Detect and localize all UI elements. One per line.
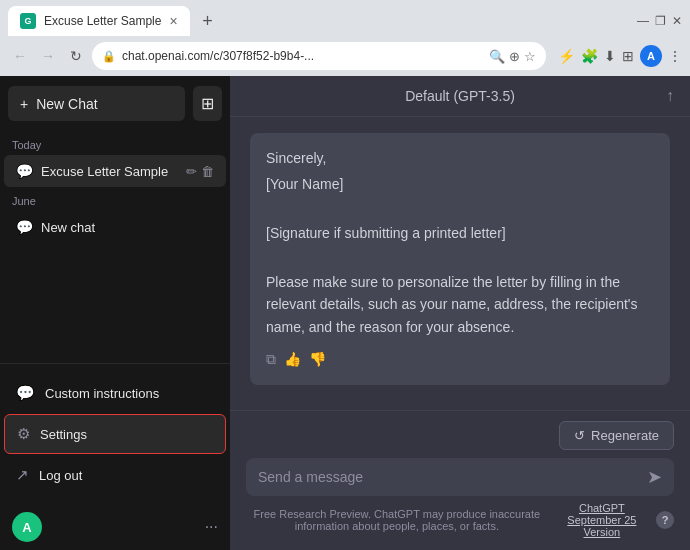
profile-button[interactable]: A xyxy=(640,45,662,67)
chat-item-label: Excuse Letter Sample xyxy=(41,164,178,179)
add-bookmark-icon[interactable]: ⊕ xyxy=(509,49,520,64)
thumbdown-icon[interactable]: 👎 xyxy=(309,348,326,370)
search-icon[interactable]: 🔍 xyxy=(489,49,505,64)
url-bar[interactable]: 🔒 chat.openai.com/c/307f8f52-b9b4-... 🔍 … xyxy=(92,42,546,70)
disclaimer-text: Free Research Preview. ChatGPT may produ… xyxy=(246,508,548,532)
reload-button[interactable]: ↻ xyxy=(64,44,88,68)
settings-icon: ⚙ xyxy=(17,425,30,443)
help-button[interactable]: ? xyxy=(656,511,674,529)
regenerate-button[interactable]: ↺ Regenerate xyxy=(559,421,674,450)
url-text: chat.openai.com/c/307f8f52-b9b4-... xyxy=(122,49,483,63)
sidebar-item-excuse-letter[interactable]: 💬 Excuse Letter Sample ✏ 🗑 xyxy=(4,155,226,187)
signature-text: [Signature if submitting a printed lette… xyxy=(266,222,654,244)
disclaimer: Free Research Preview. ChatGPT may produ… xyxy=(246,496,674,540)
win-minimize[interactable]: — xyxy=(637,14,649,28)
today-section-label: Today xyxy=(0,131,230,155)
chat-header: Default (GPT-3.5) ↑ xyxy=(230,76,690,117)
active-tab[interactable]: G Excuse Letter Sample × xyxy=(8,6,190,36)
chat-icon: 💬 xyxy=(16,163,33,179)
browser-window: G Excuse Letter Sample × + — ❐ ✕ ← → ↻ 🔒… xyxy=(0,0,690,76)
june-section-label: June xyxy=(0,187,230,211)
window-controls: — ❐ ✕ xyxy=(637,14,682,28)
edit-icon[interactable]: ✏ xyxy=(186,164,197,179)
sincerely-text: Sincerely, xyxy=(266,147,654,169)
settings-label: Settings xyxy=(40,427,87,442)
plus-icon: + xyxy=(20,96,28,112)
copy-icon[interactable]: ⧉ xyxy=(266,348,276,370)
sidebar: + New Chat ⊞ Today 💬 Excuse Letter Sampl… xyxy=(0,76,230,550)
layout-toggle-button[interactable]: ⊞ xyxy=(193,86,222,121)
send-button[interactable]: ➤ xyxy=(647,466,662,488)
tab-close-btn[interactable]: × xyxy=(169,13,177,29)
your-name-text: [Your Name] xyxy=(266,173,654,195)
sidebar-top: + New Chat ⊞ xyxy=(0,76,230,131)
custom-instructions-icon: 💬 xyxy=(16,384,35,402)
chat-item-actions: ✏ 🗑 xyxy=(186,164,214,179)
model-label: Default (GPT-3.5) xyxy=(405,88,515,104)
sidebar-bottom: 💬 Custom instructions ⚙ Settings ↗ Log o… xyxy=(0,363,230,504)
extension-icon[interactable]: ⚡ xyxy=(558,48,575,64)
puzzle-icon[interactable]: 🧩 xyxy=(581,48,598,64)
tab-group-icon[interactable]: ⊞ xyxy=(622,48,634,64)
message-input[interactable] xyxy=(258,469,639,485)
input-area: ➤ xyxy=(246,458,674,496)
download-icon[interactable]: ⬇ xyxy=(604,48,616,64)
tab-bar: G Excuse Letter Sample × + — ❐ ✕ xyxy=(0,0,690,36)
chat-messages: Sincerely, [Your Name] [Signature if sub… xyxy=(230,117,690,410)
footer-more-icon[interactable]: ··· xyxy=(205,518,218,536)
settings-item[interactable]: ⚙ Settings xyxy=(4,414,226,454)
more-options-icon[interactable]: ⋮ xyxy=(668,48,682,64)
new-chat-button[interactable]: + New Chat xyxy=(8,86,185,121)
logout-label: Log out xyxy=(39,468,82,483)
browser-toolbar: ⚡ 🧩 ⬇ ⊞ A ⋮ xyxy=(558,45,682,67)
tab-favicon: G xyxy=(20,13,36,29)
custom-instructions-label: Custom instructions xyxy=(45,386,159,401)
closing-text: Please make sure to personalize the lett… xyxy=(266,271,654,338)
chat-icon-2: 💬 xyxy=(16,219,33,235)
address-bar: ← → ↻ 🔒 chat.openai.com/c/307f8f52-b9b4-… xyxy=(0,36,690,76)
lock-icon: 🔒 xyxy=(102,50,116,63)
forward-button[interactable]: → xyxy=(36,44,60,68)
back-button[interactable]: ← xyxy=(8,44,32,68)
layout-icon: ⊞ xyxy=(201,94,214,113)
new-chat-label: New Chat xyxy=(36,96,97,112)
custom-instructions-item[interactable]: 💬 Custom instructions xyxy=(4,374,226,412)
user-avatar[interactable]: A xyxy=(12,512,42,542)
sidebar-item-new-chat[interactable]: 💬 New chat xyxy=(4,211,226,243)
logout-item[interactable]: ↗ Log out xyxy=(4,456,226,494)
share-button[interactable]: ↑ xyxy=(666,87,674,105)
win-restore[interactable]: ❐ xyxy=(655,14,666,28)
regenerate-icon: ↺ xyxy=(574,428,585,443)
delete-icon[interactable]: 🗑 xyxy=(201,164,214,179)
message-actions: ⧉ 👍 👎 xyxy=(266,348,654,370)
logout-icon: ↗ xyxy=(16,466,29,484)
chat-footer: ↺ Regenerate ➤ Free Research Preview. Ch… xyxy=(230,410,690,550)
new-tab-button[interactable]: + xyxy=(194,7,222,35)
message-block: Sincerely, [Your Name] [Signature if sub… xyxy=(250,133,670,385)
url-actions: 🔍 ⊕ ☆ xyxy=(489,49,536,64)
bookmark-icon[interactable]: ☆ xyxy=(524,49,536,64)
win-close[interactable]: ✕ xyxy=(672,14,682,28)
new-chat-item-label: New chat xyxy=(41,220,214,235)
tab-title: Excuse Letter Sample xyxy=(44,14,161,28)
disclaimer-link[interactable]: ChatGPT September 25 Version xyxy=(554,502,650,538)
sidebar-footer: A ··· xyxy=(0,504,230,550)
thumbup-icon[interactable]: 👍 xyxy=(284,348,301,370)
regenerate-label: Regenerate xyxy=(591,428,659,443)
regenerate-row: ↺ Regenerate xyxy=(246,421,674,450)
app-container: + New Chat ⊞ Today 💬 Excuse Letter Sampl… xyxy=(0,76,690,550)
main-content: Default (GPT-3.5) ↑ Sincerely, [Your Nam… xyxy=(230,76,690,550)
